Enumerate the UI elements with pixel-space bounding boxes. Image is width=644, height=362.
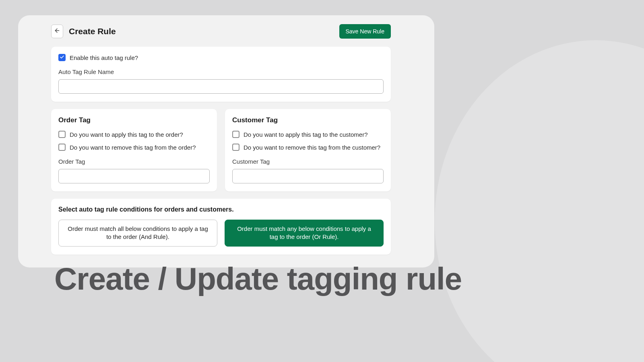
- order-apply-label: Do you want to apply this tag to the ord…: [70, 131, 183, 138]
- rule-type-buttons: Order must match all below conditions to…: [58, 220, 384, 247]
- order-tag-input[interactable]: [58, 169, 210, 183]
- conditions-panel: Select auto tag rule conditions for orde…: [51, 199, 391, 255]
- order-tag-panel: Order Tag Do you want to apply this tag …: [51, 109, 217, 191]
- enable-rule-label: Enable this auto tag rule?: [70, 54, 138, 61]
- rule-name-input[interactable]: [58, 79, 384, 94]
- page-title: Create Rule: [69, 27, 116, 36]
- customer-remove-checkbox[interactable]: [232, 144, 239, 151]
- order-remove-row: Do you want to remove this tag from the …: [58, 144, 210, 151]
- or-rule-button[interactable]: Order must match any below conditions to…: [225, 220, 384, 247]
- customer-tag-panel: Customer Tag Do you want to apply this t…: [225, 109, 391, 191]
- customer-tag-input[interactable]: [232, 169, 384, 183]
- customer-apply-row: Do you want to apply this tag to the cus…: [232, 131, 384, 138]
- main-card: Create Rule Save New Rule Enable this au…: [18, 15, 434, 267]
- order-remove-label: Do you want to remove this tag from the …: [70, 144, 196, 151]
- order-apply-row: Do you want to apply this tag to the ord…: [58, 131, 210, 138]
- customer-tag-title: Customer Tag: [232, 116, 384, 124]
- order-apply-checkbox[interactable]: [58, 131, 66, 138]
- save-new-rule-button[interactable]: Save New Rule: [339, 24, 391, 39]
- page-caption: Create / Update tagging rule: [54, 261, 462, 297]
- and-rule-button[interactable]: Order must match all below conditions to…: [58, 220, 217, 247]
- header-row: Create Rule Save New Rule: [51, 24, 391, 39]
- rule-name-panel: Enable this auto tag rule? Auto Tag Rule…: [51, 47, 391, 102]
- conditions-title: Select auto tag rule conditions for orde…: [58, 206, 384, 213]
- check-icon: [60, 54, 64, 61]
- background-decoration: [435, 40, 644, 362]
- order-tag-input-label: Order Tag: [58, 158, 210, 165]
- tag-columns: Order Tag Do you want to apply this tag …: [51, 109, 391, 191]
- customer-tag-input-label: Customer Tag: [232, 158, 384, 165]
- customer-apply-checkbox[interactable]: [232, 131, 239, 138]
- customer-apply-label: Do you want to apply this tag to the cus…: [244, 131, 368, 138]
- order-remove-checkbox[interactable]: [58, 144, 66, 151]
- customer-remove-label: Do you want to remove this tag from the …: [244, 144, 380, 151]
- enable-rule-row: Enable this auto tag rule?: [58, 54, 384, 61]
- enable-rule-checkbox[interactable]: [58, 54, 66, 61]
- back-button[interactable]: [51, 25, 63, 38]
- header-left: Create Rule: [51, 25, 116, 38]
- arrow-left-icon: [54, 27, 60, 35]
- customer-remove-row: Do you want to remove this tag from the …: [232, 144, 384, 151]
- rule-name-label: Auto Tag Rule Name: [58, 68, 384, 75]
- order-tag-title: Order Tag: [58, 116, 210, 124]
